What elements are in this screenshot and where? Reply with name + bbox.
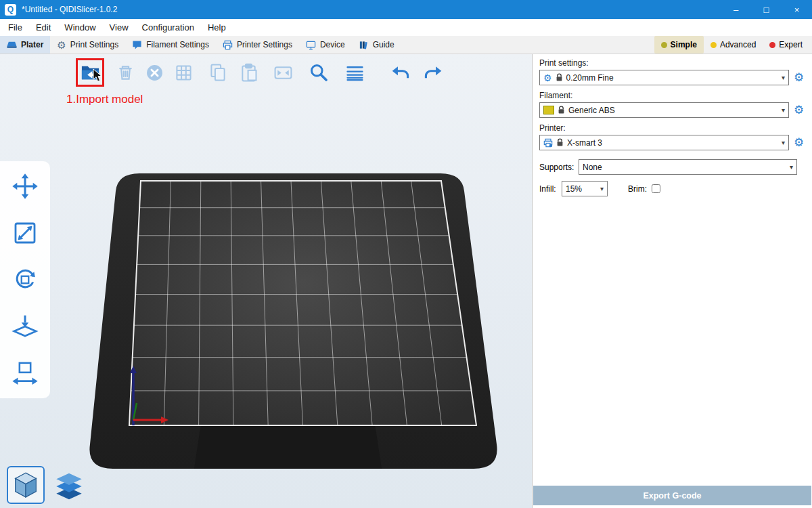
close-button[interactable]: ×	[782, 0, 812, 19]
infill-combo[interactable]: 15% ▾	[562, 181, 608, 196]
simple-mode-dot-icon	[661, 42, 667, 48]
tab-print-settings[interactable]: ⚙ Print Settings	[50, 36, 125, 54]
expert-mode-dot-icon	[769, 42, 775, 48]
infill-value: 15%	[566, 184, 582, 194]
menu-item-help[interactable]: Help	[201, 19, 233, 36]
tab-printer-settings-label: Printer Settings	[237, 40, 292, 49]
rotate-button[interactable]	[9, 264, 41, 295]
brim-checkbox[interactable]	[652, 184, 660, 193]
mode-simple[interactable]: Simple	[654, 36, 704, 54]
print-bed-handle-notch	[194, 420, 382, 469]
preview-layers-icon	[53, 471, 85, 504]
mode-switcher: Simple Advanced Expert	[654, 36, 809, 54]
printer-icon	[543, 138, 553, 148]
filament-color-swatch	[543, 106, 554, 114]
printer-profile-combo[interactable]: X-smart 3 ▾	[539, 135, 789, 150]
move-icon	[11, 172, 39, 200]
settings-panel: Print settings: ⚙ 0.20mm Fine ▾ ⚙ Filame…	[532, 54, 812, 508]
lock-icon	[556, 138, 564, 147]
titlebar: Q *Untitled - QIDISlicer-1.0.2 – □ ×	[0, 0, 812, 19]
delete-all-button[interactable]	[141, 60, 167, 85]
tab-plater[interactable]: Plater	[0, 36, 50, 54]
plater-toolbar	[76, 58, 445, 87]
move-button[interactable]	[9, 171, 41, 202]
search-button[interactable]	[306, 60, 332, 85]
arrange-button[interactable]	[171, 60, 196, 85]
printer-icon	[223, 40, 233, 50]
printer-profile-value: X-smart 3	[567, 138, 602, 148]
delete-icon	[114, 62, 137, 84]
minimize-button[interactable]: –	[721, 0, 751, 19]
measure-button[interactable]	[9, 358, 41, 389]
printer-label: Printer:	[539, 123, 805, 133]
gear-icon: ⚙	[543, 73, 552, 83]
export-gcode-button[interactable]: Export G-code	[533, 486, 811, 505]
viewport-3d[interactable]: 1.Import model	[0, 54, 532, 508]
tab-guide[interactable]: Guide	[352, 36, 401, 54]
lock-icon	[558, 106, 565, 114]
measure-icon	[11, 359, 39, 387]
printer-settings-gear-button[interactable]: ⚙	[792, 136, 805, 150]
menu-item-configuration[interactable]: Configuration	[135, 19, 201, 36]
preview-view-button[interactable]	[53, 471, 85, 504]
menu-item-view[interactable]: View	[103, 19, 135, 36]
editor-view-button[interactable]	[7, 466, 45, 504]
chevron-down-icon: ▾	[597, 185, 604, 192]
tab-filament-settings[interactable]: Filament Settings	[125, 36, 216, 54]
guide-icon	[359, 40, 369, 50]
print-bed-surface	[129, 181, 476, 425]
gear-icon: ⚙	[57, 40, 66, 50]
mode-advanced[interactable]: Advanced	[704, 36, 763, 54]
filament-profile-combo[interactable]: Generic ABS ▾	[539, 102, 789, 118]
rotate-icon	[11, 266, 39, 294]
paste-button[interactable]	[235, 60, 261, 85]
tab-printer-settings[interactable]: Printer Settings	[216, 36, 299, 54]
supports-value: None	[583, 163, 602, 172]
window-controls: – □ ×	[721, 0, 812, 19]
advanced-mode-dot-icon	[710, 42, 717, 48]
variable-layer-height-button[interactable]	[342, 60, 367, 85]
chevron-down-icon: ▾	[787, 163, 793, 171]
search-icon	[308, 62, 330, 84]
redo-button[interactable]	[420, 60, 445, 85]
undo-icon	[390, 62, 412, 84]
place-on-face-button[interactable]	[9, 311, 41, 342]
scale-icon	[11, 219, 39, 247]
tab-plater-label: Plater	[21, 40, 43, 49]
lock-icon	[556, 73, 563, 82]
mode-advanced-label: Advanced	[720, 40, 756, 49]
brim-label: Brim:	[628, 184, 647, 194]
device-icon	[306, 40, 316, 50]
menu-item-edit[interactable]: Edit	[29, 19, 58, 36]
window-title: *Untitled - QIDISlicer-1.0.2	[22, 5, 117, 14]
paste-icon	[238, 62, 260, 84]
supports-combo[interactable]: None ▾	[579, 159, 797, 175]
delete-button[interactable]	[112, 60, 138, 85]
tab-guide-label: Guide	[373, 40, 394, 49]
tab-filament-settings-label: Filament Settings	[146, 40, 209, 49]
filament-profile-value: Generic ABS	[568, 106, 615, 115]
variable-layer-height-icon	[344, 62, 366, 84]
chevron-down-icon: ▾	[779, 106, 785, 114]
undo-button[interactable]	[388, 60, 413, 85]
redo-icon	[422, 62, 444, 84]
copy-button[interactable]	[205, 60, 231, 85]
app-logo-icon: Q	[5, 4, 16, 16]
scale-button[interactable]	[9, 217, 41, 249]
split-objects-button[interactable]	[270, 60, 296, 85]
print-settings-gear-button[interactable]: ⚙	[792, 71, 805, 85]
chevron-down-icon: ▾	[779, 139, 785, 146]
gizmo-toolbar	[0, 161, 50, 398]
app-window: Q *Untitled - QIDISlicer-1.0.2 – □ × Fil…	[0, 0, 812, 508]
menu-item-window[interactable]: Window	[58, 19, 102, 36]
filament-settings-gear-button[interactable]: ⚙	[792, 104, 805, 117]
delete-all-icon	[143, 62, 166, 84]
menu-item-file[interactable]: File	[1, 19, 29, 36]
mode-expert[interactable]: Expert	[763, 36, 809, 54]
print-settings-label: Print settings:	[539, 58, 805, 68]
maximize-button[interactable]: □	[751, 0, 782, 19]
tab-device[interactable]: Device	[299, 36, 352, 54]
tab-print-settings-label: Print Settings	[70, 40, 118, 49]
print-profile-combo[interactable]: ⚙ 0.20mm Fine ▾	[539, 70, 789, 85]
chevron-down-icon: ▾	[779, 74, 785, 81]
